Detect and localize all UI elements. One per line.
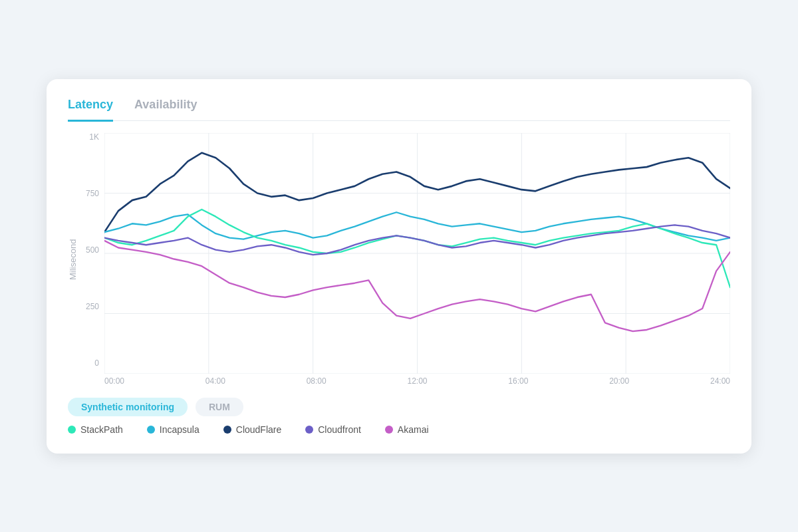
legend-item-cloudfront: Cloudfront [305,424,361,435]
main-card: Latency Availability Milisecond 1K 750 5… [47,79,751,454]
incapsula-label: Incapsula [160,424,200,435]
stackpath-label: StackPath [80,424,123,435]
cloudfront-dot [305,426,313,434]
cloudfront-label: Cloudfront [318,424,361,435]
legend-btn-synthetic[interactable]: Synthetic monitoring [68,398,188,416]
y-tick-750: 750 [86,190,99,198]
akamai-dot [385,426,393,434]
legend-item-akamai: Akamai [385,424,429,435]
chart-area: Milisecond 1K 750 500 250 0 [68,133,730,386]
x-tick-2400: 24:00 [710,376,730,386]
x-tick-0800: 08:00 [307,376,327,386]
incapsula-dot [147,426,155,434]
tab-bar: Latency Availability [68,98,730,121]
y-axis-label: Milisecond [68,133,78,386]
y-tick-500: 500 [86,246,99,254]
legend-item-stackpath: StackPath [68,424,123,435]
legend-items: StackPath Incapsula CloudFlare Cloudfron… [68,424,730,435]
cloudflare-dot [223,426,231,434]
chart-with-xaxis: 00:00 04:00 08:00 12:00 16:00 20:00 24:0… [104,133,730,386]
x-tick-1600: 16:00 [508,376,528,386]
akamai-label: Akamai [398,424,429,435]
legend-item-incapsula: Incapsula [147,424,200,435]
x-axis-ticks: 00:00 04:00 08:00 12:00 16:00 20:00 24:0… [104,376,730,386]
y-axis-ticks: 1K 750 500 250 0 [80,133,104,386]
chart-svg [104,133,730,374]
legend-area: Synthetic monitoring RUM StackPath Incap… [68,398,730,435]
cloudflare-label: CloudFlare [236,424,281,435]
stackpath-dot [68,426,76,434]
x-tick-0400: 04:00 [205,376,225,386]
x-tick-1200: 12:00 [407,376,427,386]
y-tick-250: 250 [86,303,99,311]
chart-svg-container [104,133,730,374]
x-tick-0000: 00:00 [104,376,124,386]
tab-latency[interactable]: Latency [68,98,113,122]
x-tick-2000: 20:00 [609,376,629,386]
legend-btn-rum[interactable]: RUM [196,398,243,416]
legend-buttons: Synthetic monitoring RUM [68,398,730,416]
y-tick-0: 0 [94,359,99,367]
y-tick-1k: 1K [89,133,99,141]
legend-item-cloudflare: CloudFlare [223,424,281,435]
tab-availability[interactable]: Availability [134,98,197,122]
